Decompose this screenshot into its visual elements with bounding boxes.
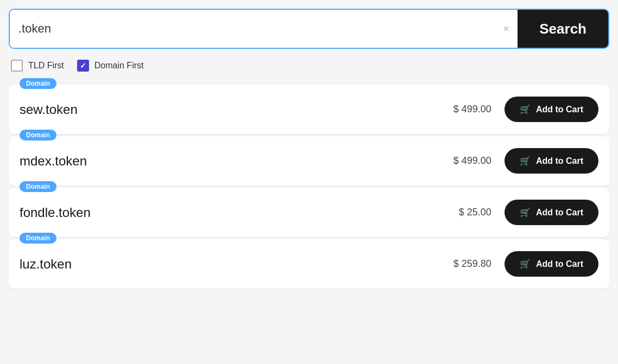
result-row: sew.token $ 499.00 🛒 Add to Cart [20,97,598,122]
domain-badge: Domain [20,78,56,89]
result-row: fondle.token $ 25.00 🛒 Add to Cart [20,200,598,225]
result-card: Domain mdex.token $ 499.00 🛒 Add to Cart [9,136,609,186]
search-input-wrapper: × [10,10,518,48]
tld-first-option[interactable]: TLD First [11,60,64,72]
add-to-cart-button[interactable]: 🛒 Add to Cart [505,148,598,174]
add-to-cart-label: Add to Cart [536,105,583,114]
cart-icon: 🛒 [520,104,531,114]
tld-first-label: TLD First [28,61,64,71]
add-to-cart-label: Add to Cart [536,208,583,218]
price-cart: $ 25.00 🛒 Add to Cart [459,200,598,225]
domain-name: mdex.token [20,154,87,169]
domain-first-option[interactable]: Domain First [77,60,144,72]
cart-icon: 🛒 [520,156,531,166]
domain-badge: Domain [20,233,56,244]
price: $ 259.80 [453,258,491,270]
price: $ 25.00 [459,207,491,218]
price: $ 499.00 [453,155,491,167]
domain-first-checkbox[interactable] [77,60,89,72]
add-to-cart-label: Add to Cart [536,259,583,269]
domain-badge: Domain [20,181,56,192]
search-input[interactable] [18,22,499,36]
add-to-cart-button[interactable]: 🛒 Add to Cart [505,251,598,277]
result-card: Domain luz.token $ 259.80 🛒 Add to Cart [9,239,609,289]
domain-name: fondle.token [20,205,91,220]
results-list: Domain sew.token $ 499.00 🛒 Add to Cart … [9,85,609,289]
search-bar: × Search [9,9,609,49]
clear-icon[interactable]: × [503,23,509,35]
domain-name: sew.token [20,102,78,117]
add-to-cart-label: Add to Cart [536,156,583,166]
filter-row: TLD First Domain First [9,60,609,72]
add-to-cart-button[interactable]: 🛒 Add to Cart [505,97,598,122]
add-to-cart-button[interactable]: 🛒 Add to Cart [505,200,598,225]
cart-icon: 🛒 [520,207,531,218]
domain-first-label: Domain First [94,61,144,71]
result-row: mdex.token $ 499.00 🛒 Add to Cart [20,148,598,174]
price-cart: $ 499.00 🛒 Add to Cart [453,148,598,174]
price-cart: $ 499.00 🛒 Add to Cart [453,97,598,122]
search-button[interactable]: Search [518,10,608,48]
cart-icon: 🛒 [520,259,531,269]
price-cart: $ 259.80 🛒 Add to Cart [453,251,598,277]
price: $ 499.00 [453,104,491,115]
result-row: luz.token $ 259.80 🛒 Add to Cart [20,251,598,277]
result-card: Domain sew.token $ 499.00 🛒 Add to Cart [9,85,609,134]
result-card: Domain fondle.token $ 25.00 🛒 Add to Car… [9,188,609,237]
domain-badge: Domain [20,130,56,141]
tld-first-checkbox[interactable] [11,60,23,72]
domain-name: luz.token [20,257,72,272]
